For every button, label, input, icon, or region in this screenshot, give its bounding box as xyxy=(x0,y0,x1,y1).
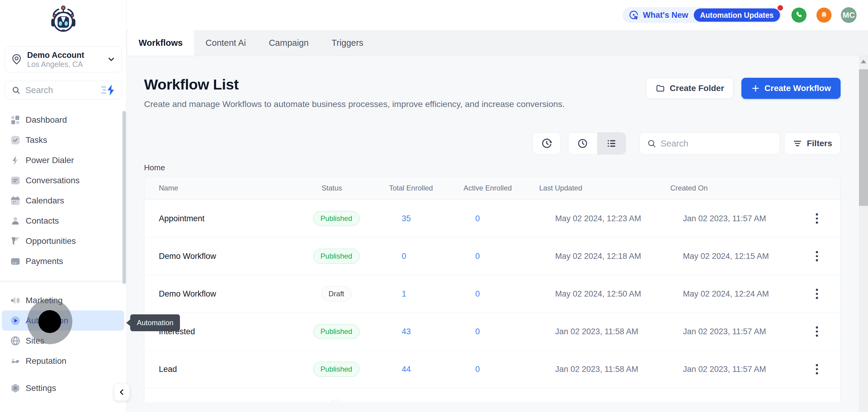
workflow-status-cell: Draft xyxy=(307,286,379,302)
table-row-partial[interactable] xyxy=(144,388,840,402)
whats-new-button[interactable]: What's New Automation Updates xyxy=(622,7,781,23)
table-row[interactable]: Demo WorkflowPublished00May 02 2024, 12:… xyxy=(144,237,840,275)
sidebar-item-opportunities[interactable]: Opportunities xyxy=(0,231,127,251)
sidebar-item-reputation[interactable]: Reputation xyxy=(0,351,127,365)
sidebar-item-power-dialer[interactable]: Power Dialer xyxy=(0,150,127,170)
workflow-name[interactable]: Appointment xyxy=(144,214,307,223)
total-enrolled-cell: 44 xyxy=(379,365,450,374)
sidebar-item-payments[interactable]: Payments xyxy=(0,251,127,271)
total-enrolled-link[interactable]: 0 xyxy=(402,252,406,261)
table-row[interactable]: Demo WorkflowDraft10May 02 2024, 12:50 A… xyxy=(144,275,840,313)
sidebar-item-label: Tasks xyxy=(26,135,47,145)
row-actions-cell xyxy=(794,286,840,302)
create-workflow-button[interactable]: Create Workflow xyxy=(741,78,841,99)
row-menu-kebab-icon[interactable] xyxy=(812,361,822,377)
total-enrolled-link[interactable]: 35 xyxy=(402,214,411,223)
scrollbar-thumb[interactable] xyxy=(859,69,868,206)
active-enrolled-link[interactable]: 0 xyxy=(475,252,480,261)
folder-icon xyxy=(655,84,665,93)
sidebar-scrollbar[interactable] xyxy=(122,111,126,284)
automation-updates-badge[interactable]: Automation Updates xyxy=(694,8,780,22)
timeline-view-toggle[interactable] xyxy=(568,133,597,154)
history-button[interactable] xyxy=(532,132,561,155)
notification-red-dot xyxy=(778,5,783,10)
sidebar-item-dashboard[interactable]: Dashboard xyxy=(0,110,127,130)
tooltip-arrow xyxy=(126,319,130,326)
sidebar-item-label: Calendars xyxy=(26,196,64,205)
sidebar-item-tasks[interactable]: Tasks xyxy=(0,130,127,150)
sidebar-item-label: Power Dialer xyxy=(26,156,74,165)
total-enrolled-link[interactable]: 43 xyxy=(402,327,411,336)
row-menu-kebab-icon[interactable] xyxy=(812,286,822,302)
breadcrumb-home[interactable]: Home xyxy=(144,163,165,172)
notifications-button[interactable] xyxy=(816,7,832,23)
row-menu-kebab-icon[interactable] xyxy=(812,248,822,264)
filters-label: Filters xyxy=(807,139,832,148)
sidebar-item-marketing[interactable]: Marketing xyxy=(0,290,127,310)
filters-button[interactable]: Filters xyxy=(784,132,841,155)
sidebar-item-contacts[interactable]: Contacts xyxy=(0,211,127,231)
row-menu-kebab-icon[interactable] xyxy=(812,323,822,340)
status-badge: Draft xyxy=(321,286,351,302)
total-enrolled-cell: 35 xyxy=(379,214,450,223)
create-folder-button[interactable]: Create Folder xyxy=(646,78,734,99)
sidebar-item-automation[interactable]: Automation xyxy=(2,310,124,330)
active-enrolled-cell: 0 xyxy=(450,327,523,336)
tab-workflows[interactable]: Workflows xyxy=(127,30,194,56)
scrollbar-up-arrow[interactable] xyxy=(861,60,866,63)
last-updated: May 02 2024, 12:18 AM xyxy=(523,252,655,261)
plus-icon xyxy=(751,84,760,93)
tab-campaign[interactable]: Campaign xyxy=(257,30,320,56)
tab-content-ai[interactable]: Content Ai xyxy=(194,30,257,56)
quick-actions-bolt-icon[interactable] xyxy=(101,84,116,96)
table-header-row: NameStatusTotal EnrolledActive EnrolledL… xyxy=(144,176,840,200)
active-enrolled-cell: 0 xyxy=(450,252,523,261)
sidebar-item-calendars[interactable]: Calendars xyxy=(0,190,127,211)
workflow-search-placeholder: Search xyxy=(661,139,688,149)
table-row[interactable]: InterestedPublished430Jan 02 2023, 11:58… xyxy=(144,313,840,350)
table-row[interactable]: AppointmentPublished350May 02 2024, 12:2… xyxy=(144,200,840,237)
total-enrolled-link[interactable]: 44 xyxy=(402,365,411,374)
user-avatar[interactable]: MC xyxy=(841,7,857,23)
total-enrolled-link[interactable]: 1 xyxy=(402,289,406,298)
workflow-status-cell: Published xyxy=(307,249,379,264)
last-updated: Jan 02 2023, 11:58 AM xyxy=(523,327,655,336)
workflow-name[interactable]: Demo Workflow xyxy=(144,252,307,261)
active-enrolled-link[interactable]: 0 xyxy=(475,365,480,374)
account-name: Demo Account xyxy=(27,50,107,60)
page-scrollbar[interactable] xyxy=(859,56,868,412)
sidebar-item-label: Opportunities xyxy=(26,236,76,246)
whats-new-label: What's New xyxy=(643,10,688,20)
sidebar-collapse-button[interactable] xyxy=(114,383,130,401)
active-enrolled-link[interactable]: 0 xyxy=(475,327,480,336)
top-header: What's New Automation Updates MC xyxy=(127,0,868,30)
column-header-status: Status xyxy=(307,184,379,192)
workflow-search-input[interactable]: Search xyxy=(639,132,780,155)
active-enrolled-link[interactable]: 0 xyxy=(475,289,480,298)
tab-triggers[interactable]: Triggers xyxy=(320,30,375,56)
sidebar-item-settings[interactable]: Settings xyxy=(10,383,56,393)
workflow-name[interactable]: Demo Workflow xyxy=(144,289,307,299)
sidebar-divider xyxy=(0,281,127,282)
table-row[interactable]: LeadPublished440Jan 02 2023, 11:58 AMJan… xyxy=(144,350,840,388)
chevron-down-icon xyxy=(107,55,116,64)
workflow-name[interactable]: Lead xyxy=(144,365,307,374)
last-updated: May 02 2024, 12:23 AM xyxy=(523,214,655,223)
sidebar-search-placeholder: Search xyxy=(25,85,101,95)
created-on: Jan 02 2023, 11:57 AM xyxy=(655,365,794,374)
active-enrolled-link[interactable]: 0 xyxy=(475,214,480,223)
module-tabs: WorkflowsContent AiCampaignTriggers xyxy=(127,30,868,56)
sidebar-item-sites[interactable]: Sites xyxy=(0,330,127,351)
sidebar-search-input[interactable]: Search xyxy=(4,81,122,99)
row-menu-kebab-icon[interactable] xyxy=(812,210,822,227)
conversations-icon xyxy=(10,175,21,186)
account-selector[interactable]: Demo Account Los Angeles, CA xyxy=(4,46,122,72)
active-enrolled-cell: 0 xyxy=(450,365,523,374)
total-enrolled-cell: 0 xyxy=(379,252,450,261)
sidebar-item-conversations[interactable]: Conversations xyxy=(0,170,127,190)
list-view-toggle[interactable] xyxy=(597,133,626,154)
sites-icon xyxy=(10,336,21,346)
clock-icon xyxy=(577,138,588,149)
clock-history-icon xyxy=(541,137,553,150)
phone-button[interactable] xyxy=(792,7,807,23)
